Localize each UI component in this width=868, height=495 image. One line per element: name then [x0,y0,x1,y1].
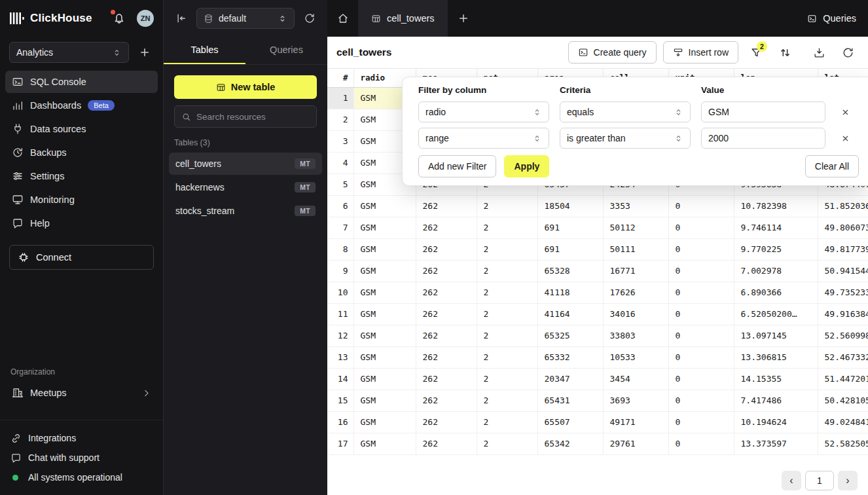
table-cell[interactable]: 0 [668,238,734,260]
tab-cell-towers[interactable]: cell_towers [358,0,448,37]
insert-row-button[interactable]: Insert row [663,41,738,64]
table-cell[interactable]: 50112 [603,217,668,238]
add-filter-button[interactable]: Add new Filter [418,155,496,177]
table-item-cell-towers[interactable]: cell_towersMT [169,153,322,175]
sidebar-item-meetups[interactable]: Meetups [5,382,158,404]
table-cell[interactable]: 262 [416,325,477,346]
table-cell[interactable]: 65328 [537,260,603,282]
table-cell[interactable]: 262 [416,346,477,368]
sidebar-item-backups[interactable]: Backups [5,141,158,164]
table-item-hackernews[interactable]: hackernewsMT [169,176,322,198]
table-cell[interactable]: 29761 [603,433,668,454]
filter-column-select[interactable]: range [418,128,549,149]
sidebar-item-monitoring[interactable]: Monitoring [5,189,158,211]
table-cell[interactable]: 50.428105 [818,390,868,411]
filter-value-input[interactable] [701,128,825,149]
table-cell[interactable]: 49.024841 [818,411,868,433]
table-cell[interactable]: 2 [477,411,537,433]
table-cell[interactable]: 0 [668,433,734,454]
table-cell[interactable]: 262 [416,260,477,282]
table-cell[interactable]: GSM [353,411,416,433]
table-cell[interactable]: 52.560998 [818,325,868,346]
table-cell[interactable]: 2 [477,390,537,411]
sort-button[interactable] [774,41,796,64]
table-cell[interactable]: 65342 [537,433,603,454]
table-cell[interactable]: 0 [668,411,734,433]
table-cell[interactable]: 49.806073 [818,217,868,238]
table-cell[interactable]: 34016 [603,303,668,325]
row-index[interactable]: 4 [327,152,353,174]
table-cell[interactable]: 262 [416,433,477,454]
table-cell[interactable]: 50111 [603,238,668,260]
table-cell[interactable]: 52.4673325 [818,346,868,368]
table-cell[interactable]: GSM [353,260,416,282]
table-cell[interactable]: 691 [537,217,603,238]
next-page-button[interactable]: › [838,471,858,490]
table-cell[interactable]: 3353 [603,195,668,217]
workspace-select[interactable]: Analytics [9,42,129,63]
table-cell[interactable]: GSM [353,433,416,454]
sidebar-item-data-sources[interactable]: Data sources [5,118,158,140]
table-cell[interactable]: GSM [353,325,416,346]
table-cell[interactable]: 9.770225 [734,238,818,260]
table-cell[interactable]: 262 [416,238,477,260]
table-cell[interactable]: 2 [477,368,537,390]
sidebar-item-help[interactable]: Help [5,212,158,234]
table-cell[interactable]: 65431 [537,390,603,411]
sidebar-item-settings[interactable]: Settings [5,165,158,187]
table-cell[interactable]: 2 [477,260,537,282]
table-cell[interactable]: GSM [353,282,416,303]
table-cell[interactable]: 9.746114 [734,217,818,238]
download-button[interactable] [808,41,830,64]
table-cell[interactable]: 10.782398 [734,195,818,217]
table-cell[interactable]: 0 [668,217,734,238]
table-cell[interactable]: 41164 [537,303,603,325]
table-cell[interactable]: 2 [477,325,537,346]
table-cell[interactable]: 0 [668,325,734,346]
remove-filter-button[interactable] [836,103,854,121]
footer-item-chat-with-support[interactable]: Chat with support [0,448,163,468]
new-tab-button[interactable] [448,0,479,37]
table-cell[interactable]: 6.890366 [734,282,818,303]
table-cell[interactable]: 0 [668,282,734,303]
table-cell[interactable]: 262 [416,390,477,411]
home-tab[interactable] [327,0,358,37]
column-header-index[interactable]: # [327,69,353,87]
table-cell[interactable]: 16771 [603,260,668,282]
row-index[interactable]: 12 [327,325,353,346]
table-cell[interactable]: 41118 [537,282,603,303]
table-cell[interactable]: 49171 [603,411,668,433]
table-cell[interactable]: 49.735233 [818,282,868,303]
row-index[interactable]: 13 [327,346,353,368]
table-cell[interactable]: 262 [416,282,477,303]
table-cell[interactable]: 65325 [537,325,603,346]
table-cell[interactable]: 691 [537,238,603,260]
table-cell[interactable]: 13.097145 [734,325,818,346]
table-cell[interactable]: 13.373597 [734,433,818,454]
table-cell[interactable]: 33803 [603,325,668,346]
explorer-tab-queries[interactable]: Queries [245,37,327,64]
table-cell[interactable]: 7.002978 [734,260,818,282]
table-cell[interactable]: GSM [353,303,416,325]
sidebar-item-sql-console[interactable]: SQL Console [5,71,158,93]
refresh-data-button[interactable] [837,41,859,64]
row-index[interactable]: 9 [327,260,353,282]
prev-page-button[interactable]: ‹ [782,471,801,490]
row-index[interactable]: 8 [327,238,353,260]
row-index[interactable]: 1 [327,87,353,109]
filter-button[interactable]: 2 [745,41,767,64]
table-cell[interactable]: 0 [668,260,734,282]
table-cell[interactable]: 2 [477,433,537,454]
table-cell[interactable]: 14.15355 [734,368,818,390]
footer-item-integrations[interactable]: Integrations [0,428,163,448]
refresh-tables-button[interactable] [300,9,319,28]
filter-value-input[interactable] [701,101,825,122]
table-cell[interactable]: 2 [477,303,537,325]
row-index[interactable]: 6 [327,195,353,217]
row-index[interactable]: 5 [327,174,353,195]
table-cell[interactable]: 0 [668,368,734,390]
search-resources-box[interactable] [174,105,317,128]
table-cell[interactable]: 262 [416,195,477,217]
table-cell[interactable]: 10533 [603,346,668,368]
search-input[interactable] [196,112,310,122]
